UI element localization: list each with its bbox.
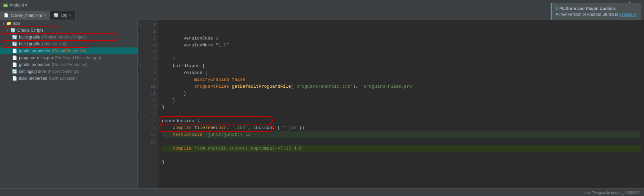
code-line-17: compile 'com.android.support:appcompat-v… bbox=[162, 145, 641, 152]
code-line-12: } bbox=[162, 105, 165, 110]
sidebar-item-build-gradle-project[interactable]: 🔄 build.gradle (Project: AndroidProject) bbox=[0, 34, 137, 41]
gradle-module-suffix: (Module: app) bbox=[42, 42, 68, 46]
tab-close-activity[interactable]: ✕ bbox=[43, 13, 46, 17]
dropdown-arrow[interactable]: ▾ bbox=[25, 3, 27, 8]
notification-panel: ℹ Platform and Plugin Updates A new vers… bbox=[551, 3, 642, 20]
settings-gradle-label: settings.gradle bbox=[19, 69, 46, 74]
gradle-module-label: build.gradle bbox=[19, 42, 40, 46]
code-line-6: buildTypes { bbox=[162, 63, 205, 68]
svg-point-2 bbox=[4, 5, 5, 6]
svg-point-3 bbox=[6, 5, 7, 6]
gradle-props-global-icon: 📄 bbox=[12, 48, 17, 53]
line-numbers: 1 2 3 4 5 6 7 8 9 10 11 12 13 14 15 16 1… bbox=[145, 20, 159, 188]
notification-title: ℹ Platform and Plugin Updates bbox=[556, 6, 637, 11]
code-line-10: } bbox=[162, 91, 186, 96]
gradle-project-suffix: (Project: AndroidProject) bbox=[42, 35, 87, 40]
proguard-label: proguard-rules.pro bbox=[19, 55, 53, 60]
code-line-18: } bbox=[162, 160, 165, 165]
sidebar-item-gradle-properties-project[interactable]: 📄 gradle.properties (Project Properties) bbox=[0, 61, 137, 68]
android-icon bbox=[3, 2, 8, 8]
tab-label-activity: activity_main.xml bbox=[10, 13, 42, 18]
gradle-props-proj-label: gradle.properties bbox=[19, 62, 50, 67]
notification-body-text: A new version of Android Studio is bbox=[556, 12, 618, 17]
local-props-label: local.properties bbox=[19, 76, 47, 81]
code-line-11: } bbox=[162, 98, 175, 103]
app-root-label: app bbox=[13, 21, 20, 26]
collapse-arrow: ▾ bbox=[3, 22, 4, 25]
svg-line-5 bbox=[7, 3, 7, 4]
code-line-5: } bbox=[162, 56, 175, 62]
code-line-9: proguardFiles getDefaultProguardFile('pr… bbox=[162, 84, 415, 89]
editor-gutter: ▷ ▷ ▷ bbox=[138, 20, 145, 188]
tab-label-app: app bbox=[60, 13, 67, 18]
gradle-props-global-label: gradle.properties bbox=[19, 48, 50, 53]
tab-close-app[interactable]: ✕ bbox=[69, 13, 72, 17]
android-selector[interactable]: Android ▾ bbox=[3, 2, 27, 8]
sidebar-item-app-root[interactable]: ▾ 📁 app bbox=[0, 20, 137, 27]
notification-icon: ℹ bbox=[556, 6, 558, 11]
gradle-module-icon: 🔄 bbox=[12, 42, 17, 46]
tabs-bar: 📄 activity_main.xml ✕ 🔄 app ✕ bbox=[0, 10, 644, 20]
code-line-8: minifyEnabled false bbox=[162, 77, 245, 82]
xml-icon: 📄 bbox=[4, 13, 9, 18]
gradle-project-label: build.gradle bbox=[19, 35, 40, 40]
sidebar-item-gradle-scripts[interactable]: ▾ 🔄 Gradle Scripts bbox=[0, 27, 137, 34]
gradle-props-proj-icon: 📄 bbox=[12, 62, 17, 67]
gradle-project-icon: 🔄 bbox=[12, 35, 17, 40]
tab-app[interactable]: 🔄 app ✕ bbox=[50, 11, 75, 20]
notification-link[interactable]: available! bbox=[619, 12, 637, 17]
notification-title-text: Platform and Plugin Updates bbox=[560, 6, 616, 11]
sidebar-item-local-properties[interactable]: 📄 local.properties (SDK Location) bbox=[0, 75, 137, 82]
code-line-13 bbox=[162, 111, 165, 117]
code-line-2: versionCode 1 bbox=[162, 36, 218, 41]
app-icon: 🔄 bbox=[54, 13, 59, 18]
main-layout: ▾ 📁 app ▾ 🔄 Gradle Scripts 🔄 build.gradl… bbox=[0, 20, 644, 188]
code-editor[interactable]: versionCode 1 versionName "1.0" } buildT… bbox=[159, 20, 644, 188]
proguard-icon: 📄 bbox=[12, 55, 17, 60]
code-line-3: versionName "1.0" bbox=[162, 43, 229, 48]
tab-activity-main[interactable]: 📄 activity_main.xml ✕ bbox=[0, 11, 50, 20]
gradle-props-proj-suffix: (Project Properties) bbox=[52, 62, 87, 67]
bottom-url: https://blog.csdn.net/qq_44333320 bbox=[582, 190, 641, 195]
notification-body: A new version of Android Studio is avail… bbox=[556, 12, 637, 17]
code-line-14: dependencies { bbox=[162, 118, 200, 123]
sidebar: ▾ 📁 app ▾ 🔄 Gradle Scripts 🔄 build.gradl… bbox=[0, 20, 138, 188]
sidebar-item-proguard[interactable]: 📄 proguard-rules.pro (ProGuard Rules for… bbox=[0, 54, 137, 61]
sidebar-item-build-gradle-module[interactable]: 🔄 build.gradle (Module: app) bbox=[0, 41, 137, 47]
settings-gradle-icon: 🔄 bbox=[12, 69, 17, 74]
editor[interactable]: ▷ ▷ ▷ 1 2 3 4 5 6 7 bbox=[138, 20, 644, 188]
platform-label: Android bbox=[10, 3, 24, 8]
gradle-scripts-label: Gradle Scripts bbox=[17, 28, 43, 33]
folder-icon: 📁 bbox=[6, 21, 11, 26]
proguard-suffix: (ProGuard Rules for app) bbox=[55, 55, 101, 60]
local-props-icon: 📄 bbox=[12, 76, 17, 81]
code-line-1 bbox=[162, 29, 165, 34]
code-line-7: release { bbox=[162, 70, 208, 75]
bottom-bar: https://blog.csdn.net/qq_44333320 bbox=[0, 188, 644, 196]
sidebar-item-settings-gradle[interactable]: 🔄 settings.gradle (Project Settings) bbox=[0, 68, 137, 75]
svg-line-4 bbox=[4, 3, 4, 4]
code-line-16: testCompile 'junit:junit:4.12' bbox=[162, 131, 641, 138]
gradle-scripts-arrow: ▾ bbox=[7, 29, 9, 32]
local-props-suffix: (SDK Location) bbox=[49, 76, 76, 81]
gradle-scripts-icon: 🔄 bbox=[10, 28, 16, 33]
code-line-15: compile fileTree(dir: 'libs', include: [… bbox=[162, 125, 305, 130]
settings-gradle-suffix: (Project Settings) bbox=[48, 69, 79, 74]
top-bar: Android ▾ ⚙ ⇅ 🔨 ▶ bbox=[0, 0, 644, 10]
code-line-4 bbox=[162, 50, 165, 55]
sidebar-item-gradle-properties-global[interactable]: 📄 gradle.properties (Global Properties) bbox=[0, 47, 137, 54]
svg-rect-1 bbox=[3, 6, 8, 7]
gradle-props-global-suffix: (Global Properties) bbox=[52, 48, 86, 53]
